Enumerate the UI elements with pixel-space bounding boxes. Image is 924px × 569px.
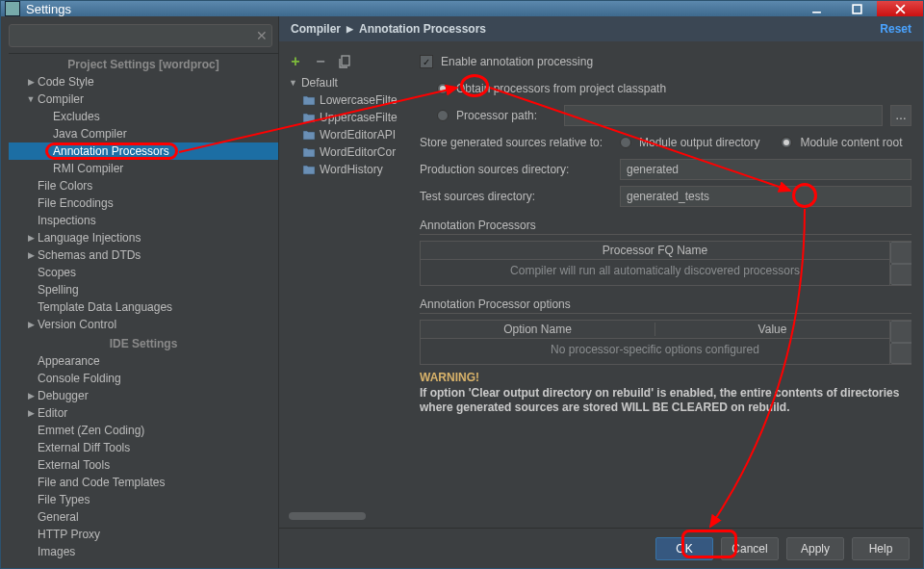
app-icon (5, 1, 20, 16)
sidebar-item[interactable]: HTTP Proxy (9, 526, 278, 543)
sidebar-item[interactable]: Inspections (9, 212, 278, 229)
enable-checkbox[interactable]: ✓ (420, 55, 433, 68)
sidebar-item[interactable]: File Colors (9, 177, 278, 194)
sidebar-item[interactable]: Annotation Processors (9, 142, 278, 160)
test-dir-field[interactable]: generated_tests (620, 186, 911, 207)
sidebar-item-label: Schemas and DTDs (36, 248, 141, 262)
cancel-button[interactable]: Cancel (721, 537, 779, 560)
sidebar-item[interactable]: ▶Language Injections (9, 229, 278, 246)
store-label: Store generated sources relative to: (420, 136, 612, 149)
svg-rect-1 (853, 5, 861, 13)
sidebar-item[interactable]: Java Compiler (9, 125, 278, 142)
copy-profile-button[interactable] (339, 55, 352, 68)
sidebar-item[interactable]: Emmet (Zen Coding) (9, 422, 278, 439)
module-item[interactable]: WordEditorAPI (287, 126, 412, 143)
dialog-footer: OK Cancel Apply Help (279, 528, 923, 568)
processor-path-radio[interactable] (437, 110, 449, 121)
sidebar-item-label: General (36, 510, 79, 524)
apply-button[interactable]: Apply (786, 537, 844, 560)
more-processor-button[interactable]: » (890, 264, 911, 286)
ok-button[interactable]: OK (655, 537, 713, 560)
processors-table: Processor FQ Name Compiler will run all … (420, 241, 911, 286)
sidebar-item[interactable]: External Diff Tools (9, 439, 278, 456)
breadcrumb-b: Annotation Processors (359, 22, 486, 36)
option-value-col: Value (655, 323, 889, 336)
expand-icon: ▶ (26, 408, 36, 418)
chevron-down-icon: ▼ (289, 78, 297, 88)
add-processor-button[interactable]: + (890, 242, 911, 264)
sidebar-item[interactable]: ▶Debugger (9, 387, 278, 404)
sidebar-item-label: Appearance (36, 354, 100, 368)
prod-dir-field[interactable]: generated (620, 159, 911, 180)
sidebar-item-label: Debugger (36, 389, 89, 402)
module-label: WordEditorCor (320, 145, 396, 159)
more-option-button[interactable]: » (890, 343, 911, 365)
processor-path-field[interactable] (564, 105, 883, 126)
sidebar-item[interactable]: ▶Code Style (9, 73, 278, 91)
breadcrumb: Compiler ▶ Annotation Processors Reset (279, 16, 923, 41)
sidebar-item-label: Annotation Processors (51, 144, 169, 158)
sidebar-item[interactable]: Console Folding (9, 370, 278, 387)
sidebar-item[interactable]: ▶Schemas and DTDs (9, 246, 278, 264)
remove-profile-button[interactable]: − (314, 55, 327, 68)
sidebar-item[interactable]: File Encodings (9, 194, 278, 212)
sidebar-item[interactable]: ▶Version Control (9, 316, 278, 333)
module-output-radio[interactable] (620, 137, 631, 148)
sidebar-item-label: Java Compiler (51, 127, 127, 141)
ap-subheader: Annotation Processors (420, 219, 911, 235)
profile-tree[interactable]: ▼ Default LowercaseFilteUppercaseFilteWo… (287, 74, 412, 510)
breadcrumb-a[interactable]: Compiler (291, 22, 341, 36)
chevron-right-icon: ▶ (346, 24, 353, 34)
close-button[interactable] (877, 1, 923, 16)
sidebar-item[interactable]: Scopes (9, 264, 278, 281)
search-input[interactable]: ✕ (9, 24, 272, 47)
sidebar-item-label: Language Injections (36, 231, 141, 245)
expand-icon: ▼ (26, 94, 36, 104)
sidebar-item[interactable]: File and Code Templates (9, 474, 278, 491)
add-profile-button[interactable]: + (289, 55, 302, 68)
module-item[interactable]: LowercaseFilte (287, 91, 412, 109)
module-content-root-radio[interactable] (781, 137, 792, 148)
sidebar-item-label: Code Style (36, 75, 94, 89)
titlebar: Settings (1, 1, 923, 16)
module-label: WordHistory (320, 163, 383, 176)
prod-dir-label: Production sources directory: (420, 163, 612, 176)
sidebar: ✕ Project Settings [wordproc] ▶Code Styl… (1, 16, 278, 568)
sidebar-item[interactable]: General (9, 508, 278, 526)
module-label: LowercaseFilte (320, 93, 398, 107)
sidebar-item[interactable]: External Tools (9, 456, 278, 474)
expand-icon: ▶ (26, 77, 36, 87)
help-button[interactable]: Help (852, 537, 910, 560)
project-settings-header: Project Settings [wordproc] (9, 54, 278, 73)
browse-button[interactable]: … (890, 105, 911, 126)
module-item[interactable]: WordEditorCor (287, 143, 412, 161)
horizontal-scrollbar[interactable] (287, 510, 412, 522)
sidebar-item[interactable]: Template Data Languages (9, 298, 278, 316)
sidebar-item[interactable]: Spelling (9, 281, 278, 298)
profile-root[interactable]: ▼ Default (287, 74, 412, 91)
sidebar-item-label: Emmet (Zen Coding) (36, 424, 144, 437)
minimize-button[interactable] (796, 1, 836, 16)
sidebar-item[interactable]: ▶Editor (9, 404, 278, 422)
sidebar-item-label: Spelling (36, 283, 79, 297)
options-empty: No processor-specific options configured (421, 339, 889, 364)
sidebar-item[interactable]: ▼Compiler (9, 91, 278, 108)
sidebar-item-label: Images (36, 545, 75, 558)
module-item[interactable]: UppercaseFilte (287, 109, 412, 126)
add-option-button[interactable]: + (890, 321, 911, 343)
module-item[interactable]: WordHistory (287, 161, 412, 178)
opt-subheader: Annotation Processor options (420, 297, 911, 314)
sidebar-item[interactable]: Excludes (9, 108, 278, 125)
module-folder-icon (302, 112, 316, 123)
module-folder-icon (302, 94, 316, 106)
svg-rect-4 (342, 56, 349, 65)
sidebar-item[interactable]: File Types (9, 491, 278, 508)
sidebar-item[interactable]: Images (9, 543, 278, 560)
obtain-classpath-radio[interactable] (437, 83, 449, 94)
sidebar-item[interactable]: RMI Compiler (9, 160, 278, 177)
maximize-button[interactable] (836, 1, 877, 16)
clear-icon[interactable]: ✕ (256, 28, 268, 43)
annotation-processors-form: ✓ Enable annotation processing Obtain pr… (420, 51, 911, 522)
reset-link[interactable]: Reset (880, 22, 911, 36)
sidebar-item[interactable]: Appearance (9, 352, 278, 370)
